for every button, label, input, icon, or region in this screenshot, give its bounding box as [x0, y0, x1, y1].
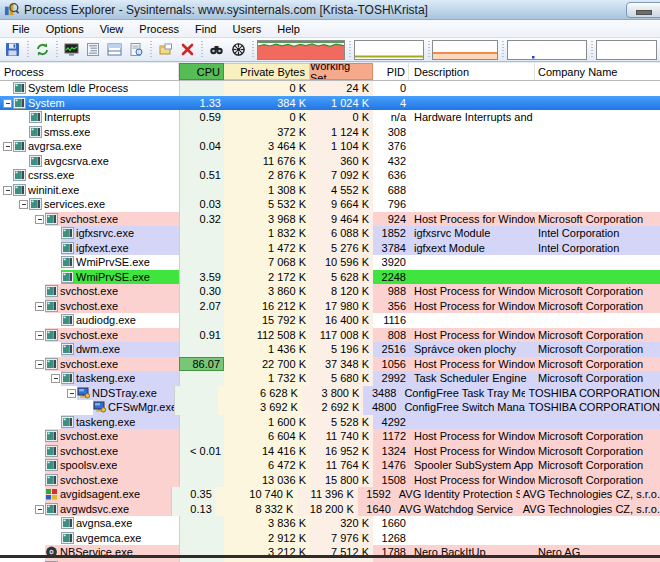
process-row-igfxext-exe-3784[interactable]: igfxext.exe1 472 K5 276 K3784igfxext Mod… — [0, 241, 660, 256]
cpu-cell: < 0.01 — [179, 444, 224, 459]
tree-collapse-toggle[interactable] — [51, 374, 60, 383]
menu-view[interactable]: View — [92, 22, 132, 36]
process-row-avgrsa-exe-376[interactable]: avgrsa.exe0.043 464 K1 104 K376 — [0, 139, 660, 154]
process-row-avgemca-exe-1268[interactable]: avgemca.exe2 912 K7 976 K1268 — [0, 531, 660, 546]
menu-options[interactable]: Options — [38, 22, 92, 36]
process-name: igfxext.exe — [76, 242, 129, 254]
kill-process-button[interactable] — [176, 39, 198, 60]
working-set-cell: 1 124 K — [310, 125, 373, 140]
save-button[interactable] — [2, 39, 24, 60]
column-header-process[interactable]: Process — [0, 63, 179, 80]
process-row-services-exe-796[interactable]: services.exe0.035 532 K9 664 K796 — [0, 197, 660, 212]
process-row-system-4[interactable]: System1.33384 K1 024 K4 — [0, 96, 660, 111]
process-row-avgnsa-exe-1660[interactable]: avgnsa.exe3 836 K320 K1660 — [0, 516, 660, 531]
tree-collapse-toggle[interactable] — [3, 142, 12, 151]
process-row-dwm-exe-2516[interactable]: dwm.exe1 436 K5 196 K2516Správce oken pl… — [0, 342, 660, 357]
pid-cell: 1116 — [373, 313, 409, 328]
process-row-system idle process-0[interactable]: System Idle Process0 K24 K0 — [0, 81, 660, 96]
process-row-csrss-exe-636[interactable]: csrss.exe0.512 876 K7 092 K636 — [0, 168, 660, 183]
company-name-cell — [535, 139, 660, 154]
process-row-cfswmgr-exe-4800[interactable]: CFSwMgr.exe3 692 K2 692 K4800ConfigFree … — [0, 400, 660, 415]
process-row-svchost-exe-988[interactable]: svchost.exe0.303 860 K8 120 K988Host Pro… — [0, 284, 660, 299]
company-name-cell: TOSHIBA CORPORATION — [525, 400, 660, 415]
working-set-cell: 11 764 K — [310, 458, 373, 473]
cpu-usage-graph[interactable] — [257, 40, 345, 60]
properties-button[interactable] — [155, 39, 177, 60]
tree-collapse-toggle[interactable] — [35, 505, 44, 514]
menu-process[interactable]: Process — [131, 22, 187, 36]
column-header-company-name[interactable]: Company Name — [535, 63, 660, 80]
physical-memory-graph[interactable] — [432, 40, 498, 60]
default-process-icon — [45, 430, 60, 442]
process-row-svchost-exe-924[interactable]: svchost.exe0.323 968 K9 464 K924Host Pro… — [0, 212, 660, 227]
show-lower-pane-button[interactable] — [104, 39, 126, 60]
process-row-wininit-exe-688[interactable]: wininit.exe1 308 K4 552 K688 — [0, 183, 660, 198]
default-process-icon — [45, 285, 60, 297]
process-row-igfxsrvc-exe-1852[interactable]: igfxsrvc.exe1 832 K6 088 K1852igfxsrvc M… — [0, 226, 660, 241]
process-name-box: avgemca.exe — [61, 531, 179, 546]
column-header-description[interactable]: Description — [409, 63, 535, 80]
process-row-audiodg-exe-1116[interactable]: audiodg.exe15 792 K16 400 K1116 — [0, 313, 660, 328]
private-bytes-cell: 14 416 K — [224, 444, 310, 459]
commit-history-graph[interactable] — [354, 40, 424, 60]
process-name-box: WmiPrvSE.exe — [61, 270, 179, 285]
tree-collapse-toggle[interactable] — [3, 186, 12, 195]
column-header-row: Process CPU Private Bytes Working Set PI… — [0, 62, 660, 81]
refresh-button[interactable] — [31, 39, 53, 60]
find-window-button[interactable] — [227, 39, 249, 60]
private-bytes-cell: 3 836 K — [224, 516, 310, 531]
process-row-wmiprvse-exe-3920[interactable]: WmiPrvSE.exe7 068 K10 596 K3920 — [0, 255, 660, 270]
working-set-cell: 8 120 K — [310, 284, 373, 299]
tree-collapse-toggle[interactable] — [35, 331, 44, 340]
show-process-tree-button[interactable] — [82, 39, 104, 60]
process-row-svchost-exe-1172[interactable]: svchost.exe6 604 K11 740 K1172Host Proce… — [0, 429, 660, 444]
process-row-ndstray-exe-3488[interactable]: NDSTray.exe6 628 K3 800 K3488ConfigFree … — [0, 386, 660, 401]
tree-collapse-toggle[interactable] — [35, 302, 44, 311]
column-header-working-set[interactable]: Working Set — [310, 63, 373, 80]
gpu-history-graph[interactable] — [596, 40, 657, 60]
process-row-svchost-exe-808[interactable]: svchost.exe0.91112 508 K117 008 K808Host… — [0, 328, 660, 343]
process-row-svchost-exe-356[interactable]: svchost.exe2.0716 212 K17 980 K356Host P… — [0, 299, 660, 314]
process-row-taskeng-exe-4292[interactable]: taskeng.exe1 600 K5 528 K4292 — [0, 415, 660, 430]
process-name: igfxsrvc.exe — [76, 227, 134, 239]
menu-users[interactable]: Users — [224, 22, 269, 36]
view-dlls-button[interactable] — [125, 39, 147, 60]
tree-collapse-toggle[interactable] — [67, 389, 76, 398]
process-row-smss-exe-308[interactable]: smss.exe372 K1 124 K308 — [0, 125, 660, 140]
process-row-avgcsrva-exe-432[interactable]: avgcsrva.exe11 676 K360 K432 — [0, 154, 660, 169]
tree-collapse-toggle[interactable] — [35, 215, 44, 224]
default-process-icon — [61, 343, 76, 355]
io-history-graph[interactable] — [507, 40, 587, 60]
process-row-svchost-exe-1056[interactable]: svchost.exe86.0722 700 K37 348 K1056Host… — [0, 357, 660, 372]
tree-collapse-toggle[interactable] — [35, 360, 44, 369]
description-cell — [409, 531, 535, 546]
process-row-svchost-exe-1508[interactable]: svchost.exe13 036 K15 800 K1508Host Proc… — [0, 473, 660, 488]
menu-file[interactable]: File — [4, 22, 38, 36]
minimize-button[interactable] — [626, 2, 660, 18]
description-cell: Host Process for Windows ... — [409, 444, 535, 459]
process-row-svchost-exe-1324[interactable]: svchost.exe< 0.0114 416 K16 952 K1324Hos… — [0, 444, 660, 459]
working-set-cell: 320 K — [310, 516, 373, 531]
working-set-cell: 5 528 K — [310, 415, 373, 430]
process-row-avgidsagent-exe-1592[interactable]: avgidsagent.exe0.3510 740 K11 396 K1592A… — [0, 487, 660, 502]
company-name-cell — [535, 125, 660, 140]
process-name: services.exe — [44, 198, 105, 210]
description-cell — [409, 270, 535, 285]
column-header-private-bytes[interactable]: Private Bytes — [224, 63, 310, 80]
description-cell: Host Process for Windows ... — [409, 299, 535, 314]
tree-collapse-toggle[interactable] — [3, 99, 12, 108]
system-information-button[interactable] — [61, 39, 83, 60]
column-header-pid[interactable]: PID — [373, 63, 409, 80]
process-row-spoolsv-exe-1476[interactable]: spoolsv.exe6 472 K11 764 K1476Spooler Su… — [0, 458, 660, 473]
menu-help[interactable]: Help — [269, 22, 308, 36]
process-row-taskeng-exe-2992[interactable]: taskeng.exe1 732 K5 680 K2992Task Schedu… — [0, 371, 660, 386]
tree-collapse-toggle[interactable] — [19, 200, 28, 209]
process-row-wmiprvse-exe-2248[interactable]: WmiPrvSE.exe3.592 172 K5 628 K2248 — [0, 270, 660, 285]
default-process-icon — [61, 314, 76, 326]
find-handle-button[interactable] — [206, 39, 228, 60]
column-header-cpu[interactable]: CPU — [179, 63, 224, 80]
process-row-avgwdsvc-exe-1640[interactable]: avgwdsvc.exe0.138 332 K18 200 K1640AVG W… — [0, 502, 660, 517]
toolbar — [0, 38, 660, 62]
process-row-interrupts-na[interactable]: Interrupts0.590 K0 Kn/aHardware Interrup… — [0, 110, 660, 125]
menu-find[interactable]: Find — [187, 22, 224, 36]
